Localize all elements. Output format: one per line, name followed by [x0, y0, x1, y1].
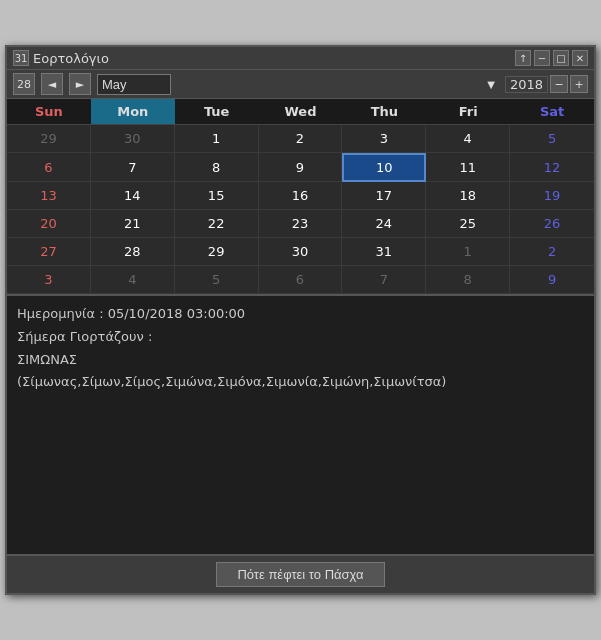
table-row[interactable]: 13: [7, 182, 91, 210]
month-select-wrapper: January February March April May June Ju…: [97, 74, 499, 95]
table-row[interactable]: 5: [175, 266, 259, 294]
header-sat: Sat: [510, 99, 594, 124]
table-row[interactable]: 4: [426, 125, 510, 153]
table-row[interactable]: 24: [342, 210, 426, 238]
year-plus-btn[interactable]: +: [570, 75, 588, 93]
table-row[interactable]: 8: [175, 153, 259, 182]
celebration-variants: (Σίμωνας,Σίμων,Σίμος,Σιμώνα,Σιμόνα,Σιμων…: [17, 372, 584, 393]
titlebar-up-btn[interactable]: ↑: [515, 50, 531, 66]
header-wed: Wed: [259, 99, 343, 124]
calendar-body: 2930123456789101112131415161718192021222…: [7, 124, 594, 294]
header-tue: Tue: [175, 99, 259, 124]
titlebar: 31 Εορτολόγιο ↑ − □ ✕: [7, 47, 594, 70]
titlebar-minimize-btn[interactable]: −: [534, 50, 550, 66]
table-row[interactable]: 11: [426, 153, 510, 182]
table-row[interactable]: 27: [7, 238, 91, 266]
table-row[interactable]: 15: [175, 182, 259, 210]
table-row[interactable]: 29: [175, 238, 259, 266]
table-row[interactable]: 30: [91, 125, 175, 153]
titlebar-maximize-btn[interactable]: □: [553, 50, 569, 66]
table-row[interactable]: 22: [175, 210, 259, 238]
main-window: 31 Εορτολόγιο ↑ − □ ✕ 28 ◄ ► January Feb…: [5, 45, 596, 595]
table-row[interactable]: 7: [91, 153, 175, 182]
table-row[interactable]: 1: [426, 238, 510, 266]
titlebar-close-btn[interactable]: ✕: [572, 50, 588, 66]
table-row[interactable]: 6: [259, 266, 343, 294]
month-select[interactable]: January February March April May June Ju…: [97, 74, 171, 95]
table-row[interactable]: 21: [91, 210, 175, 238]
header-thu: Thu: [342, 99, 426, 124]
prev-month-btn[interactable]: ◄: [41, 73, 63, 95]
table-row[interactable]: 3: [342, 125, 426, 153]
table-row[interactable]: 7: [342, 266, 426, 294]
easter-button[interactable]: Πότε πέφτει το Πάσχα: [216, 562, 384, 587]
celebration-name: ΣΙΜΩΝΑΣ: [17, 350, 584, 371]
table-row[interactable]: 23: [259, 210, 343, 238]
table-row[interactable]: 16: [259, 182, 343, 210]
next-month-btn[interactable]: ►: [69, 73, 91, 95]
toolbar: 28 ◄ ► January February March April May …: [7, 70, 594, 99]
table-row[interactable]: 2: [259, 125, 343, 153]
titlebar-left: 31 Εορτολόγιο: [13, 50, 109, 66]
table-row[interactable]: 31: [342, 238, 426, 266]
table-row[interactable]: 8: [426, 266, 510, 294]
header-fri: Fri: [426, 99, 510, 124]
table-row[interactable]: 20: [7, 210, 91, 238]
month-dropdown-icon: ▼: [487, 79, 495, 90]
table-row[interactable]: 1: [175, 125, 259, 153]
table-row[interactable]: 12: [510, 153, 594, 182]
table-row[interactable]: 9: [259, 153, 343, 182]
table-row[interactable]: 19: [510, 182, 594, 210]
table-row[interactable]: 17: [342, 182, 426, 210]
date-line: Ημερομηνία : 05/10/2018 03:00:00: [17, 304, 584, 325]
table-row[interactable]: 14: [91, 182, 175, 210]
table-row[interactable]: 25: [426, 210, 510, 238]
info-area: Ημερομηνία : 05/10/2018 03:00:00 Σήμερα …: [7, 294, 594, 554]
year-display: 2018: [505, 76, 548, 93]
table-row[interactable]: 28: [91, 238, 175, 266]
bottom-bar: Πότε πέφτει το Πάσχα: [7, 554, 594, 593]
table-row[interactable]: 4: [91, 266, 175, 294]
calendar-header-row: Sun Mon Tue Wed Thu Fri Sat: [7, 99, 594, 124]
celebration-label: Σήμερα Γιορτάζουν :: [17, 327, 584, 348]
year-minus-btn[interactable]: −: [550, 75, 568, 93]
table-row[interactable]: 30: [259, 238, 343, 266]
header-sun: Sun: [7, 99, 91, 124]
table-row[interactable]: 26: [510, 210, 594, 238]
table-row[interactable]: 3: [7, 266, 91, 294]
table-row[interactable]: 6: [7, 153, 91, 182]
table-row[interactable]: 29: [7, 125, 91, 153]
table-row[interactable]: 18: [426, 182, 510, 210]
calendar-icon-btn[interactable]: 28: [13, 73, 35, 95]
table-row[interactable]: 5: [510, 125, 594, 153]
header-mon: Mon: [91, 99, 175, 124]
year-controls: 2018 − +: [505, 75, 588, 93]
table-row[interactable]: 9: [510, 266, 594, 294]
table-row[interactable]: 10: [342, 153, 426, 182]
table-row[interactable]: 2: [510, 238, 594, 266]
titlebar-app-icon: 31: [13, 50, 29, 66]
titlebar-title: Εορτολόγιο: [33, 51, 109, 66]
titlebar-controls: ↑ − □ ✕: [515, 50, 588, 66]
calendar-grid: Sun Mon Tue Wed Thu Fri Sat 293012345678…: [7, 99, 594, 294]
